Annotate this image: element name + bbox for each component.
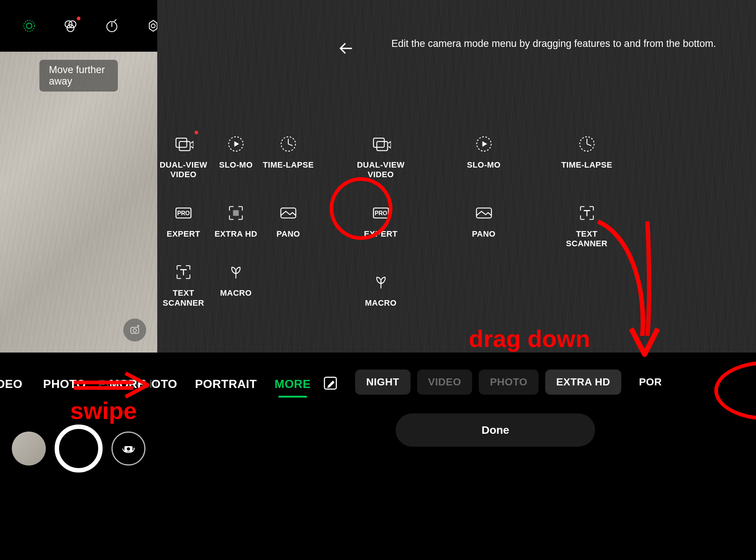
mode-strip[interactable]: DEO PHOTO PORTRAIT MORE: [0, 373, 157, 395]
label: TEXT SCANNER: [158, 288, 209, 308]
svg-point-10: [127, 447, 130, 451]
edit-header-text: Edit the camera mode menu by dragging fe…: [366, 37, 741, 51]
mode-timelapse[interactable]: TIME-LAPSE: [262, 133, 314, 180]
mode-more[interactable]: MORE: [109, 377, 145, 391]
svg-rect-17: [234, 210, 238, 215]
label: TEXT SCANNER: [561, 229, 613, 249]
mode-pano[interactable]: PANO: [458, 202, 510, 249]
right-bottom-bar: NIGHT VIDEO PHOTO EXTRA HD POR Done: [315, 353, 756, 560]
mode-timelapse[interactable]: TIME-LAPSE: [561, 133, 613, 180]
label: MACRO: [220, 288, 252, 298]
label: PANO: [276, 229, 300, 239]
label: PANO: [472, 229, 496, 239]
notification-dot-icon: [77, 17, 80, 20]
mode-photo[interactable]: PHOTO: [43, 377, 86, 391]
mode-textscanner[interactable]: TEXT SCANNER: [561, 202, 613, 249]
mode-photo[interactable]: OTO: [151, 377, 177, 391]
shutter-row: [0, 419, 157, 478]
svg-point-1: [27, 23, 32, 29]
label: DUAL-VIEW VIDEO: [158, 160, 209, 180]
shutter-button[interactable]: [55, 425, 103, 473]
chip-video[interactable]: VIDEO: [417, 370, 472, 395]
right-screenshot: Edit the camera mode menu by dragging fe…: [315, 0, 756, 353]
flip-camera-button[interactable]: [111, 432, 145, 465]
proximity-toast: Move further away: [39, 60, 118, 92]
mode-macro[interactable]: MACRO: [355, 271, 407, 308]
svg-text:PRO: PRO: [374, 210, 387, 216]
label: DUAL-VIEW VIDEO: [355, 160, 407, 180]
mode-strip[interactable]: OTO PORTRAIT MORE: [157, 373, 315, 395]
mode-pano[interactable]: PANO: [262, 202, 314, 239]
aperture-icon[interactable]: [21, 18, 37, 34]
label: SLO-MO: [219, 160, 253, 170]
mode-expert[interactable]: PRO EXPERT: [355, 202, 407, 249]
left-screenshot: Move further away: [0, 0, 157, 353]
label: EXPERT: [364, 229, 398, 239]
mode-chip-row[interactable]: NIGHT VIDEO PHOTO EXTRA HD POR: [355, 370, 756, 395]
done-button[interactable]: Done: [396, 413, 595, 447]
mode-dualview[interactable]: DUAL-VIEW VIDEO: [158, 133, 209, 180]
gallery-thumbnail[interactable]: [12, 432, 46, 465]
mode-expert[interactable]: PRO EXPERT: [158, 202, 209, 239]
svg-point-6: [151, 24, 155, 28]
left-bottom-bar: DEO PHOTO PORTRAIT MORE: [0, 353, 157, 560]
label: TIME-LAPSE: [263, 160, 314, 170]
edit-pencil-icon[interactable]: [322, 375, 339, 392]
label: MACRO: [365, 298, 397, 308]
mode-macro[interactable]: MACRO: [210, 261, 262, 308]
middle-bottom-bar: OTO PORTRAIT MORE: [157, 353, 315, 560]
filters-icon[interactable]: [63, 18, 78, 34]
edit-modes-grid: DUAL-VIEW VIDEO SLO-MO TIME-LAPSE PRO EX…: [329, 133, 741, 308]
svg-rect-20: [377, 141, 387, 151]
mode-more[interactable]: MORE: [275, 377, 311, 391]
chip-photo[interactable]: PHOTO: [479, 370, 539, 395]
svg-rect-19: [373, 138, 384, 147]
svg-rect-12: [179, 141, 190, 151]
chip-portrait[interactable]: POR: [628, 370, 662, 395]
label: SLO-MO: [467, 160, 501, 170]
svg-rect-11: [176, 138, 187, 147]
back-arrow-icon[interactable]: [337, 39, 355, 58]
edit-header: Edit the camera mode menu by dragging fe…: [337, 37, 741, 58]
mode-dualview[interactable]: DUAL-VIEW VIDEO: [355, 133, 407, 180]
viewfinder[interactable]: Move further away: [0, 52, 157, 353]
mode-slomo[interactable]: SLO-MO: [210, 133, 262, 180]
mode-extrahd[interactable]: EXTRA HD: [210, 202, 262, 239]
svg-point-8: [133, 329, 137, 332]
svg-text:PRO: PRO: [177, 210, 190, 216]
svg-rect-7: [131, 327, 139, 333]
chip-night[interactable]: NIGHT: [355, 370, 410, 395]
ai-camera-button[interactable]: [123, 319, 146, 341]
label: TIME-LAPSE: [561, 160, 612, 170]
label: EXTRA HD: [214, 229, 257, 239]
mode-portrait[interactable]: PORTRAIT: [195, 377, 257, 391]
timer-icon[interactable]: [104, 18, 120, 34]
middle-screenshot: DUAL-VIEW VIDEO SLO-MO TIME-LAPSE PRO EX…: [157, 0, 315, 353]
camera-topbar: [0, 0, 157, 52]
svg-point-0: [24, 20, 34, 31]
mode-textscanner[interactable]: TEXT SCANNER: [158, 261, 209, 308]
mode-video[interactable]: DEO: [0, 377, 23, 391]
mode-slomo[interactable]: SLO-MO: [458, 133, 510, 180]
chip-extrahd[interactable]: EXTRA HD: [545, 370, 621, 395]
more-modes-grid: DUAL-VIEW VIDEO SLO-MO TIME-LAPSE PRO EX…: [157, 133, 315, 308]
label: EXPERT: [166, 229, 200, 239]
